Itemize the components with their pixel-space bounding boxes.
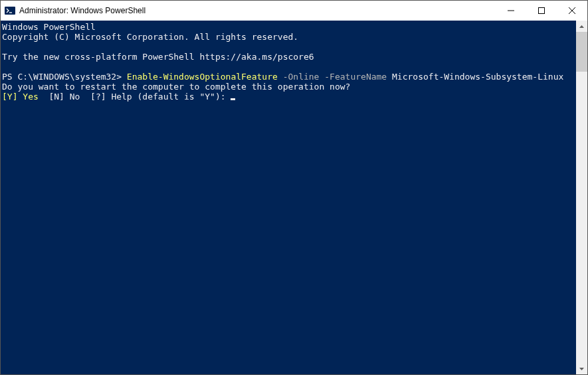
content-area: Windows PowerShell Copyright (C) Microso… [1, 21, 587, 374]
terminal-output[interactable]: Windows PowerShell Copyright (C) Microso… [1, 21, 576, 374]
scroll-track[interactable] [576, 32, 587, 363]
scroll-down-button[interactable] [576, 363, 587, 374]
window-title: Administrator: Windows PowerShell [19, 6, 496, 15]
maximize-button[interactable] [526, 1, 557, 21]
feature-argument: Microsoft-Windows-Subsystem-Linux [387, 72, 563, 82]
vertical-scrollbar[interactable] [576, 21, 587, 374]
minimize-button[interactable] [496, 1, 526, 21]
option-help: [?] Help (default is "Y"): [85, 92, 231, 102]
try-line: Try the new cross-platform PowerShell ht… [2, 52, 314, 62]
prompt-text: PS C:\WINDOWS\system32> [2, 72, 127, 82]
close-button[interactable] [557, 1, 587, 21]
option-yes: [Y] Yes [2, 92, 44, 102]
powershell-icon [5, 5, 15, 16]
header-line-1: Windows PowerShell [2, 22, 96, 32]
param-online: -Online [278, 72, 320, 82]
command-name: Enable-WindowsOptionalFeature [127, 72, 278, 82]
scroll-up-button[interactable] [576, 21, 587, 32]
param-featurename: -FeatureName [319, 72, 387, 82]
svg-rect-3 [539, 8, 545, 14]
option-no: [N] No [44, 92, 86, 102]
window-controls [496, 1, 587, 21]
restart-question: Do you want to restart the computer to c… [2, 82, 350, 92]
header-line-2: Copyright (C) Microsoft Corporation. All… [2, 32, 298, 42]
powershell-window: Administrator: Windows PowerShell Window… [0, 0, 588, 375]
svg-rect-0 [5, 7, 15, 15]
scroll-thumb[interactable] [576, 32, 587, 72]
cursor-icon [231, 98, 235, 100]
titlebar[interactable]: Administrator: Windows PowerShell [1, 1, 587, 21]
